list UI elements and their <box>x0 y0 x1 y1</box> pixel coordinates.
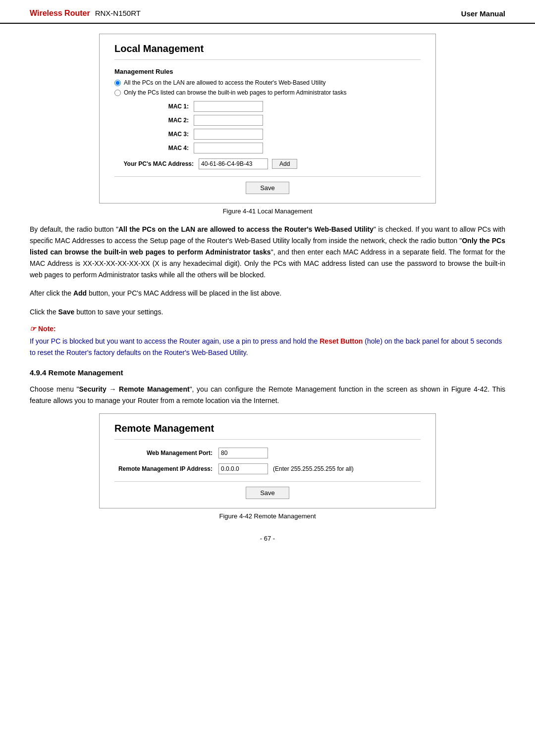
mac-row-4: MAC 4: <box>154 143 421 153</box>
local-management-title: Local Management <box>114 43 421 60</box>
note-para: If your PC is blocked but you want to ac… <box>30 336 505 358</box>
save-row-remote: Save <box>114 481 421 499</box>
user-manual-label: User Manual <box>461 9 505 18</box>
radio-all-pcs-row[interactable]: All the PCs on the LAN are allowed to ac… <box>114 79 421 86</box>
section-494-heading: 4.9.4 Remote Management <box>30 368 505 377</box>
note-label: Note: <box>38 325 56 333</box>
rm-table: Web Management Port: Remote Management I… <box>114 448 421 474</box>
local-management-box: Local Management Management Rules All th… <box>99 34 436 203</box>
figure-42-caption: Figure 4-42 Remote Management <box>30 512 505 520</box>
radio-all-pcs-label: All the PCs on the LAN are allowed to ac… <box>124 79 326 86</box>
add-button[interactable]: Add <box>272 159 297 169</box>
body-para-3: Click the Save button to save your setti… <box>30 306 505 318</box>
rm-web-port-input[interactable] <box>218 448 268 458</box>
pc-mac-label: Your PC's MAC Address: <box>114 160 199 167</box>
save-row-local: Save <box>114 176 421 194</box>
page-content: Local Management Management Rules All th… <box>0 34 535 552</box>
figure-41-caption: Figure 4-41 Local Management <box>30 207 505 215</box>
radio-listed-pcs[interactable] <box>114 90 121 96</box>
wireless-router-label: Wireless Router <box>30 9 90 18</box>
header-left: Wireless Router RNX-N150RT <box>30 9 141 18</box>
save-button-local[interactable]: Save <box>246 182 289 194</box>
pc-mac-input[interactable] <box>199 158 268 169</box>
rm-ip-hint: (Enter 255.255.255.255 for all) <box>273 465 354 472</box>
body-para-1: By default, the radio button "All the PC… <box>30 224 505 281</box>
mac4-input[interactable] <box>194 143 263 153</box>
mac2-input[interactable] <box>194 115 263 126</box>
remote-management-title: Remote Management <box>114 423 421 440</box>
mac-row-3: MAC 3: <box>154 129 421 140</box>
note-icon: ☞ <box>30 325 36 333</box>
rm-web-port-label: Web Management Port: <box>114 450 218 456</box>
rm-ip-label: Remote Management IP Address: <box>114 465 218 472</box>
save-button-remote[interactable]: Save <box>246 487 289 499</box>
body-para-2: After click the Add button, your PC's MA… <box>30 288 505 299</box>
management-rules-label: Management Rules <box>114 68 421 75</box>
rm-ip-input[interactable] <box>218 463 268 474</box>
rm-web-port-row: Web Management Port: <box>114 448 421 458</box>
rm-ip-row: Remote Management IP Address: (Enter 255… <box>114 463 421 474</box>
mac1-input[interactable] <box>194 101 263 112</box>
mac2-label: MAC 2: <box>154 117 194 124</box>
page-header: Wireless Router RNX-N150RT User Manual <box>0 0 535 24</box>
pc-mac-row: Your PC's MAC Address: Add <box>114 158 421 169</box>
mac4-label: MAC 4: <box>154 145 194 151</box>
radio-listed-pcs-row[interactable]: Only the PCs listed can browse the built… <box>114 89 421 96</box>
page-number: - 67 - <box>30 535 505 552</box>
mac-table: MAC 1: MAC 2: MAC 3: MAC 4: <box>154 101 421 153</box>
section-494-para: Choose menu "Security → Remote Managemen… <box>30 384 505 406</box>
model-label: RNX-N150RT <box>95 9 141 17</box>
mac1-label: MAC 1: <box>154 103 194 110</box>
mac-row-1: MAC 1: <box>154 101 421 112</box>
mac3-label: MAC 3: <box>154 131 194 138</box>
mac-row-2: MAC 2: <box>154 115 421 126</box>
radio-all-pcs[interactable] <box>114 80 121 86</box>
mac3-input[interactable] <box>194 129 263 140</box>
remote-management-box: Remote Management Web Management Port: R… <box>99 413 436 508</box>
note-heading: ☞ Note: <box>30 325 505 333</box>
radio-listed-pcs-label: Only the PCs listed can browse the built… <box>124 89 347 96</box>
